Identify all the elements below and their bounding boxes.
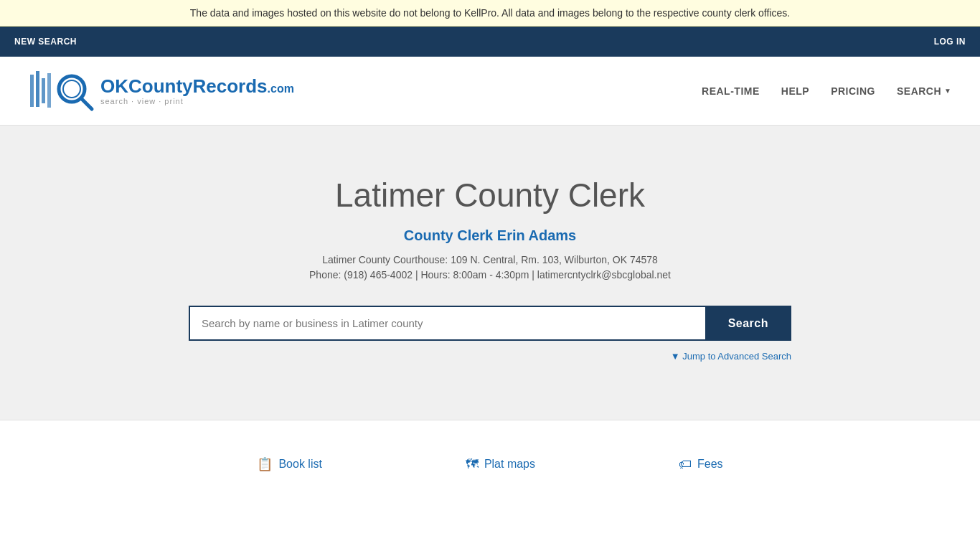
svg-rect-3 (47, 73, 51, 108)
fees-label: Fees (697, 458, 723, 471)
notice-banner: The data and images hosted on this websi… (0, 0, 980, 27)
site-header: OKCountyRecords.com search · view · prin… (0, 57, 980, 126)
footer-book-list[interactable]: 📋 Book list (257, 456, 321, 472)
logo-tagline: search · view · print (100, 97, 294, 105)
logo-text: OKCountyRecords.com search · view · prin… (100, 76, 294, 105)
main-nav: REAL-TIME HELP PRICING SEARCH ▼ (702, 85, 951, 97)
clerk-name: County Clerk Erin Adams (14, 227, 966, 244)
logo-tld: .com (268, 83, 294, 95)
contact-text: Phone: (918) 465-4002 | Hours: 8:00am - … (14, 269, 966, 281)
nav-search-dropdown[interactable]: SEARCH ▼ (897, 85, 951, 97)
book-list-icon: 📋 (257, 456, 273, 472)
chevron-down-icon: ▼ (944, 87, 951, 95)
plat-maps-label: Plat maps (484, 458, 535, 471)
nav-realtime[interactable]: REAL-TIME (702, 85, 760, 97)
footer-fees[interactable]: 🏷 Fees (679, 457, 723, 472)
svg-rect-2 (42, 78, 45, 103)
search-button[interactable]: Search (705, 306, 791, 341)
search-form: Search (189, 306, 791, 341)
svg-point-5 (63, 80, 80, 98)
page-title: Latimer County Clerk (14, 176, 966, 215)
logo-brand-rest: CountyRecords (128, 75, 268, 97)
svg-line-6 (81, 98, 92, 109)
address-text: Latimer County Courthouse: 109 N. Centra… (14, 254, 966, 265)
hero-section: Latimer County Clerk County Clerk Erin A… (0, 126, 980, 420)
banner-text: The data and images hosted on this websi… (190, 7, 790, 19)
nav-help[interactable]: HELP (781, 85, 809, 97)
footer-plat-maps[interactable]: 🗺 Plat maps (466, 457, 535, 472)
book-list-label: Book list (278, 458, 321, 471)
svg-rect-1 (36, 71, 39, 107)
search-input[interactable] (189, 306, 705, 341)
new-search-link[interactable]: NEW SEARCH (14, 37, 77, 47)
advanced-search-link[interactable]: ▼ Jump to Advanced Search (671, 351, 791, 362)
login-link[interactable]: LOG IN (934, 37, 966, 47)
plat-maps-icon: 🗺 (466, 457, 479, 472)
nav-search-label: SEARCH (897, 85, 941, 97)
advanced-search-area: ▼ Jump to Advanced Search (189, 349, 791, 362)
top-nav: NEW SEARCH LOG IN (0, 27, 980, 57)
nav-pricing[interactable]: PRICING (831, 85, 875, 97)
footer-links: 📋 Book list 🗺 Plat maps 🏷 Fees (0, 420, 980, 508)
logo[interactable]: OKCountyRecords.com search · view · prin… (29, 67, 294, 114)
logo-graphic (29, 67, 97, 114)
svg-rect-0 (30, 75, 34, 107)
logo-brand-ok: OK (100, 75, 128, 97)
fees-icon: 🏷 (679, 457, 692, 472)
